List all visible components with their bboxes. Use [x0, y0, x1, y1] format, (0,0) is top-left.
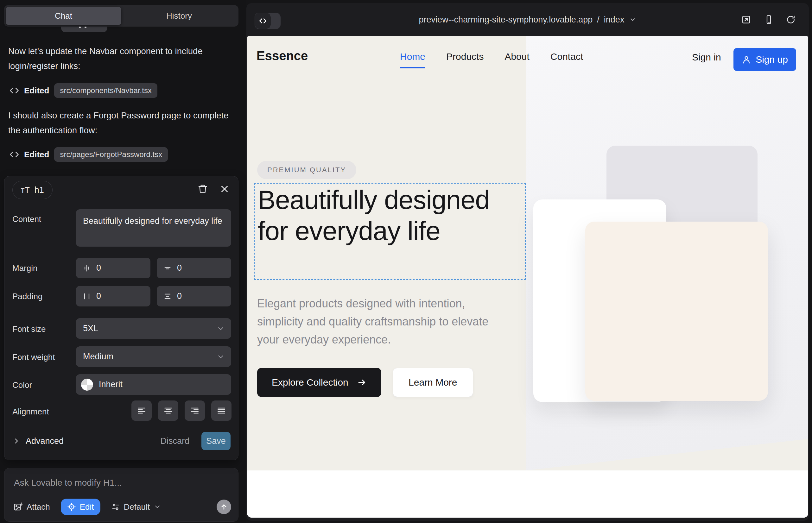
preview-panel: preview--charming-site-symphony.lovable.… — [246, 3, 809, 521]
mobile-view-button[interactable] — [764, 15, 773, 24]
element-editor-panel: тT h1 Content Beautifully designed for e… — [4, 176, 239, 460]
alignment-button-group — [131, 400, 231, 421]
refresh-icon — [786, 15, 796, 24]
preview-url-bar[interactable]: preview--charming-site-symphony.lovable.… — [246, 3, 809, 36]
trash-icon — [198, 184, 208, 194]
delete-element-button[interactable] — [198, 184, 208, 194]
padding-label: Padding — [12, 292, 42, 301]
edited-file-row: Edited src/pages/ForgotPassword.tsx — [10, 146, 168, 163]
explore-collection-label: Explore Collection — [272, 377, 348, 388]
edit-mode-button[interactable]: Edit — [61, 499, 100, 515]
align-justify-button[interactable] — [211, 400, 231, 421]
preview-path: index — [604, 15, 624, 25]
close-icon — [220, 184, 229, 194]
element-tag: h1 — [35, 185, 44, 195]
save-button[interactable]: Save — [201, 432, 231, 450]
nav-link-products[interactable]: Products — [446, 51, 483, 68]
site-viewport: Essence Home Products About Contact Sign… — [247, 36, 808, 518]
hero-headline[interactable]: Beautifully designed for everyday life — [258, 184, 492, 246]
padding-y-input[interactable]: 0 — [157, 286, 231, 306]
attach-button[interactable]: Attach — [13, 502, 50, 512]
chevron-down-icon — [217, 353, 225, 361]
scrolled-chip-partial — [61, 26, 107, 32]
align-right-icon — [190, 405, 200, 416]
edited-label: Edited — [24, 86, 49, 96]
chat-sidebar: Chat History Now let's update the Navbar… — [0, 0, 246, 523]
code-icon — [10, 150, 19, 159]
h1-selection-overlay[interactable]: Beautifully designed for everyday life — [254, 183, 526, 280]
advanced-toggle[interactable]: Advanced — [12, 436, 64, 446]
attach-label: Attach — [27, 502, 50, 512]
tab-history[interactable]: History — [121, 7, 237, 25]
composer-input[interactable]: Ask Lovable to modify H1... — [14, 478, 122, 488]
align-center-icon — [163, 405, 173, 416]
alignment-label: Alignment — [12, 407, 49, 417]
sign-up-label: Sign up — [756, 54, 788, 65]
chevron-down-icon — [629, 16, 636, 23]
arrow-right-icon — [357, 378, 367, 387]
refresh-button[interactable] — [786, 15, 796, 24]
path-separator: / — [597, 15, 600, 25]
external-link-icon — [741, 15, 751, 25]
edited-file-row: Edited src/components/Navbar.tsx — [10, 82, 157, 100]
site-navbar: Essence Home Products About Contact Sign… — [247, 36, 808, 84]
color-swatch-icon — [81, 379, 93, 391]
selected-element-pill[interactable]: тT h1 — [12, 181, 53, 199]
chat-composer[interactable]: Ask Lovable to modify H1... Attach Edit … — [4, 468, 239, 522]
content-label: Content — [12, 214, 41, 224]
file-chip[interactable]: src/components/Navbar.tsx — [54, 83, 157, 98]
padding-horizontal-icon — [82, 292, 91, 301]
learn-more-button[interactable]: Learn More — [393, 368, 473, 397]
model-default-dropdown[interactable]: Default — [111, 502, 161, 512]
edit-label: Edit — [80, 502, 94, 512]
file-chip[interactable]: src/pages/ForgotPassword.tsx — [54, 147, 168, 162]
color-picker[interactable]: Inherit — [76, 374, 231, 395]
assistant-message: I should also create a Forgot Password p… — [8, 108, 233, 138]
font-size-label: Font size — [12, 324, 46, 334]
open-in-new-tab-button[interactable] — [741, 15, 751, 25]
assistant-message: Now let's update the Navbar component to… — [8, 44, 233, 73]
hero-section: Essence Home Products About Contact Sign… — [247, 36, 808, 470]
nav-link-home[interactable]: Home — [400, 51, 425, 68]
close-editor-button[interactable] — [220, 184, 229, 194]
nav-link-contact[interactable]: Contact — [550, 51, 583, 68]
chat-history-tabs: Chat History — [4, 5, 239, 26]
padding-x-value: 0 — [96, 291, 101, 301]
edited-label: Edited — [24, 150, 49, 160]
font-size-select[interactable]: 5XL — [76, 318, 231, 339]
align-left-icon — [137, 405, 147, 416]
nav-link-about[interactable]: About — [505, 51, 529, 68]
arrow-up-icon — [220, 503, 228, 511]
padding-y-value: 0 — [177, 291, 182, 301]
smartphone-icon — [764, 15, 773, 24]
decorative-card-cream — [585, 222, 768, 401]
sign-in-button[interactable]: Sign in — [692, 52, 721, 63]
margin-x-input[interactable]: 0 — [76, 258, 151, 278]
margin-y-value: 0 — [177, 263, 182, 273]
discard-button[interactable]: Discard — [160, 436, 189, 446]
chevron-down-icon — [217, 325, 225, 333]
sign-up-button[interactable]: Sign up — [734, 48, 796, 71]
font-size-value: 5XL — [83, 324, 98, 333]
chevron-down-icon — [154, 503, 161, 511]
align-center-button[interactable] — [158, 400, 178, 421]
margin-vertical-icon — [163, 264, 172, 273]
chevron-right-icon — [12, 437, 21, 445]
font-weight-select[interactable]: Medium — [76, 346, 231, 367]
align-right-button[interactable] — [184, 400, 205, 421]
brand-logo[interactable]: Essence — [257, 49, 308, 63]
code-icon — [10, 86, 19, 95]
tab-chat[interactable]: Chat — [6, 7, 121, 25]
padding-x-input[interactable]: 0 — [76, 286, 151, 306]
content-textarea[interactable]: Beautifully designed for everyday life — [76, 209, 231, 247]
margin-label: Margin — [12, 264, 37, 273]
align-left-button[interactable] — [131, 400, 152, 421]
font-weight-value: Medium — [83, 352, 113, 362]
explore-collection-button[interactable]: Explore Collection — [257, 368, 381, 397]
font-weight-label: Font weight — [12, 353, 55, 362]
color-label: Color — [12, 380, 32, 390]
margin-y-input[interactable]: 0 — [157, 258, 231, 278]
margin-horizontal-icon — [82, 264, 91, 273]
user-icon — [742, 55, 751, 64]
send-button[interactable] — [217, 500, 231, 514]
